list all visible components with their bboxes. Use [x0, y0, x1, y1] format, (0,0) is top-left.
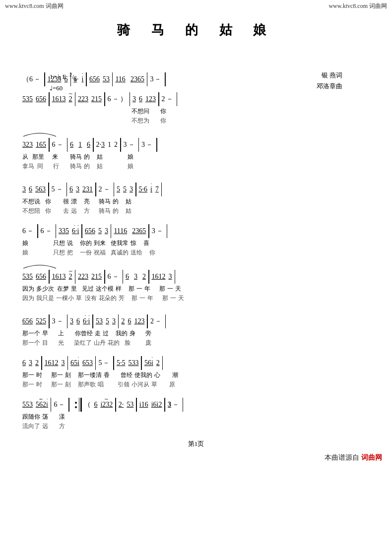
- note: 2: [156, 360, 160, 367]
- note: 535: [22, 273, 33, 280]
- lyric-line-3a: 从那里来骑马的姑娘: [22, 153, 370, 161]
- bar-sep: [183, 398, 184, 412]
- row-1: （ 6 － 1235 6 6· i 656 53 116 2365 3 －: [22, 67, 370, 87]
- note: i: [77, 360, 79, 367]
- header-left: www.ktvc8.com 词曲网: [5, 2, 64, 10]
- slur-arc-1: [22, 129, 370, 138]
- bar-sep: [41, 356, 42, 370]
- note: 2·: [96, 141, 102, 148]
- note: 6: [139, 96, 142, 103]
- bar-sep: [51, 398, 52, 412]
- note: 6: [126, 273, 129, 280]
- bar-sep: [44, 72, 45, 86]
- note: 6: [29, 76, 33, 83]
- note: 2: [162, 96, 165, 103]
- bar-sep: [164, 398, 165, 412]
- page-title: 骑 马 的 姑 娘: [0, 12, 392, 43]
- note: 223: [78, 273, 88, 280]
- note: 6: [22, 228, 26, 235]
- bar-sep: [135, 183, 136, 196]
- bar-sep: [115, 398, 116, 412]
- bar-sep: [175, 270, 176, 284]
- note: 5: [52, 186, 55, 193]
- bar-sep: [67, 314, 68, 328]
- note: 1613: [52, 273, 66, 280]
- dash: －: [172, 401, 179, 408]
- note: 6: [41, 228, 44, 235]
- repeat-sign: [74, 398, 82, 412]
- footer-site-link[interactable]: 词曲网: [361, 453, 382, 462]
- bar-sep: [161, 183, 162, 196]
- note: 5: [106, 318, 109, 325]
- note: 656: [36, 96, 46, 103]
- bar-sep: [114, 183, 115, 196]
- note: 53: [127, 401, 133, 408]
- note: 6: [128, 318, 131, 325]
- lyric-line-5a: 娘只想说你的到来使我常惊喜: [22, 239, 370, 247]
- row-7: 656 525 3 － 3 6 6·i 53 5 3 2 6 123 2: [22, 307, 370, 347]
- note: 2: [114, 141, 118, 148]
- note: 2: [121, 318, 125, 325]
- note: 6: [22, 360, 26, 367]
- dash: －: [156, 228, 163, 235]
- bar-sep: [158, 92, 159, 106]
- note: 5: [123, 186, 127, 193]
- dash: －: [146, 141, 153, 148]
- bar-sep: [104, 92, 105, 106]
- row-5: 6 － 6 － 335 6·i 656 5 3 1116 2365 3 － 娘只…: [22, 219, 370, 257]
- dash: －: [58, 401, 65, 408]
- note: 1235: [48, 76, 62, 83]
- music-line-3: 323 165 6 － 6 1 6 2·3 1 2 3 － 3 －: [22, 129, 370, 153]
- dash: －: [27, 228, 34, 235]
- note: 6: [29, 186, 32, 193]
- note: i16: [139, 401, 148, 408]
- bar-sep: [66, 183, 67, 196]
- note: 656: [22, 318, 33, 325]
- bar-sep: [165, 314, 166, 328]
- note: 5: [117, 186, 120, 193]
- slur-arc-2: [22, 261, 370, 270]
- paren-open: （: [22, 76, 29, 83]
- header-right: www.ktvc8.com 词曲网: [328, 2, 387, 10]
- note: 53: [96, 318, 103, 325]
- note: 525: [36, 318, 46, 325]
- bar-sep: [167, 224, 168, 238]
- paren-open2: （: [84, 401, 91, 408]
- note: 65: [70, 360, 77, 367]
- bar-sep: [118, 314, 119, 328]
- note: 6: [87, 141, 90, 148]
- dash: －: [57, 318, 64, 325]
- note: 2: [142, 273, 146, 280]
- note: i: [150, 186, 152, 193]
- note: 335: [59, 228, 69, 235]
- note: 6: [73, 76, 77, 83]
- bar-sep: [130, 92, 131, 106]
- lyric-line-5b: 娘只想把一份祝福真诚的送给你: [22, 248, 370, 257]
- note: 3: [141, 141, 145, 148]
- bar-sep: [92, 314, 93, 328]
- bar-sep: [111, 224, 112, 238]
- note: 3: [105, 228, 108, 235]
- bar-sep: [81, 224, 82, 238]
- note: 1116: [114, 228, 127, 235]
- note: 165: [36, 141, 46, 148]
- note: 3: [130, 186, 133, 193]
- bar-sep: [68, 398, 69, 412]
- note: 6: [70, 141, 73, 148]
- dash: －: [34, 76, 41, 83]
- lyric-line-6b: 因为我只是一棵小草没有花朵的芳那一年那一天: [22, 294, 370, 303]
- bar-sep: [162, 356, 163, 370]
- note: 1613: [52, 96, 66, 103]
- note: 231: [82, 186, 93, 193]
- bar-sep: [70, 72, 71, 86]
- note: 6·: [72, 228, 77, 235]
- bar-sep: [123, 270, 124, 284]
- note: 123: [145, 96, 156, 103]
- note: 6: [65, 76, 68, 83]
- note: 3: [152, 228, 155, 235]
- note: 6: [76, 318, 80, 325]
- bar-sep: [49, 138, 50, 152]
- music-line-9: 553 562～i 6 － （ 6 i232～ 2· 53 i16: [22, 393, 370, 413]
- bar-sep: [156, 138, 157, 152]
- lyric-line-2a: 不想问你: [22, 107, 370, 116]
